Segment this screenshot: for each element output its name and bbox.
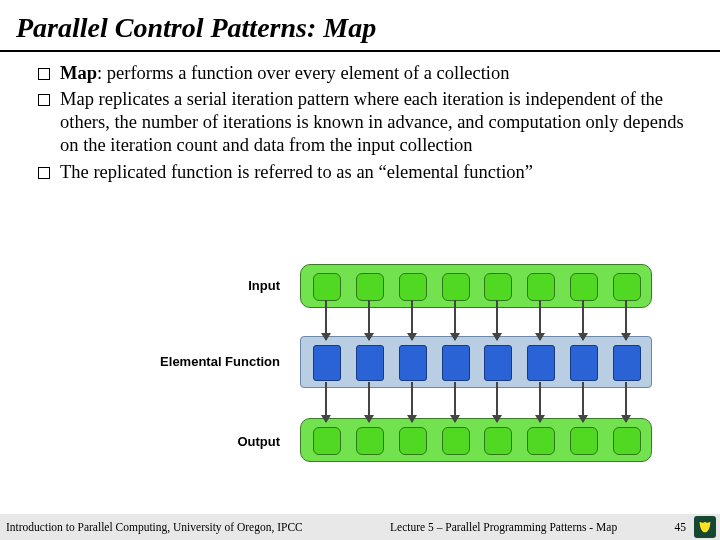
output-cell xyxy=(527,427,555,455)
arrow-down-icon xyxy=(368,382,370,422)
input-cell xyxy=(356,273,384,301)
arrow-down-icon xyxy=(582,300,584,340)
footer-page-number: 45 xyxy=(665,521,695,533)
output-cell xyxy=(570,427,598,455)
footer-left: Introduction to Parallel Computing, Univ… xyxy=(0,521,303,533)
arrow-down-icon xyxy=(325,300,327,340)
output-cell xyxy=(399,427,427,455)
input-stage xyxy=(300,264,652,308)
input-cell xyxy=(442,273,470,301)
arrow-down-icon xyxy=(582,382,584,422)
bullet-text: The replicated function is referred to a… xyxy=(60,162,533,182)
input-cell xyxy=(527,273,555,301)
function-cell xyxy=(442,345,470,381)
input-cell xyxy=(484,273,512,301)
arrow-down-icon xyxy=(539,300,541,340)
function-cell xyxy=(356,345,384,381)
input-cell xyxy=(613,273,641,301)
function-cell xyxy=(399,345,427,381)
arrow-down-icon xyxy=(411,300,413,340)
output-cell xyxy=(613,427,641,455)
arrow-down-icon xyxy=(411,382,413,422)
bullet-text: Map replicates a serial iteration patter… xyxy=(60,89,684,155)
input-cell xyxy=(399,273,427,301)
bullet-bold: Map xyxy=(60,63,97,83)
elemental-function-stage xyxy=(300,336,652,388)
arrow-down-icon xyxy=(454,382,456,422)
label-output: Output xyxy=(100,434,280,449)
output-stage xyxy=(300,418,652,462)
function-cell xyxy=(313,345,341,381)
arrow-down-icon xyxy=(368,300,370,340)
output-cell xyxy=(313,427,341,455)
arrow-down-icon xyxy=(625,300,627,340)
arrow-down-icon xyxy=(539,382,541,422)
bullet-list: Map: performs a function over every elem… xyxy=(0,62,720,184)
input-cell xyxy=(570,273,598,301)
university-logo xyxy=(694,516,716,538)
arrow-down-icon xyxy=(496,300,498,340)
function-cell xyxy=(570,345,598,381)
slide-footer: Introduction to Parallel Computing, Univ… xyxy=(0,514,720,540)
footer-center: Lecture 5 – Parallel Programming Pattern… xyxy=(303,521,665,533)
label-elemental-function: Elemental Function xyxy=(100,354,280,369)
bullet-text: : performs a function over every element… xyxy=(97,63,509,83)
label-input: Input xyxy=(100,278,280,293)
arrow-down-icon xyxy=(625,382,627,422)
output-cell xyxy=(442,427,470,455)
bullet-item: The replicated function is referred to a… xyxy=(38,161,692,184)
output-cell xyxy=(356,427,384,455)
function-cell xyxy=(484,345,512,381)
slide-title: Parallel Control Patterns: Map xyxy=(0,0,720,48)
function-cell xyxy=(527,345,555,381)
arrow-down-icon xyxy=(496,382,498,422)
input-cell xyxy=(313,273,341,301)
arrow-down-icon xyxy=(325,382,327,422)
arrow-down-icon xyxy=(454,300,456,340)
bullet-item: Map: performs a function over every elem… xyxy=(38,62,692,85)
bullet-item: Map replicates a serial iteration patter… xyxy=(38,88,692,157)
function-cell xyxy=(613,345,641,381)
output-cell xyxy=(484,427,512,455)
map-diagram: Input Elemental Function Output xyxy=(100,262,660,482)
title-rule xyxy=(0,50,720,52)
